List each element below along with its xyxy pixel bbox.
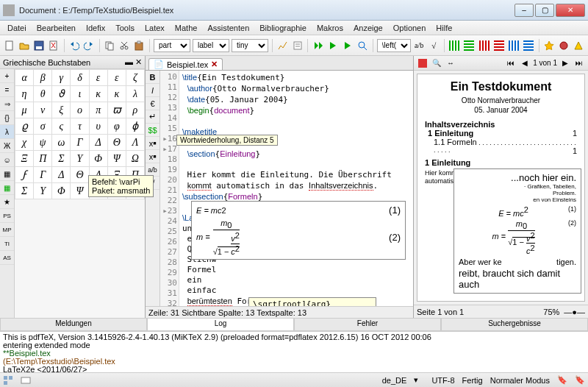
cat-cyrillic-icon[interactable]: Ж xyxy=(0,139,14,153)
lang-icon[interactable]: ▾ xyxy=(414,375,424,386)
symbol-cell[interactable]: α xyxy=(15,70,34,86)
symbol-cell[interactable]: ϝ xyxy=(15,167,34,183)
build-run-button[interactable] xyxy=(312,39,324,52)
newline-button[interactable]: ↵ xyxy=(146,110,159,124)
cat-mp-icon[interactable]: MP xyxy=(0,223,14,237)
symbol-cell[interactable]: ν xyxy=(34,102,52,118)
symbol-cell[interactable]: Ω xyxy=(126,151,144,167)
symbol-cell[interactable]: μ xyxy=(15,102,34,118)
window-close-button[interactable]: ✕ xyxy=(556,4,585,17)
symbol-cell[interactable]: Δ xyxy=(89,135,107,151)
symbol-cell[interactable]: β xyxy=(34,70,52,86)
symbol-cell[interactable]: σ xyxy=(34,118,52,135)
symbol-cell[interactable]: Δ xyxy=(52,167,71,183)
copy-button[interactable] xyxy=(104,39,116,52)
cat-misc2-icon[interactable]: ▦ xyxy=(0,181,14,195)
symbol-cell[interactable]: Π xyxy=(34,151,52,167)
cat-misc1-icon[interactable]: ▦ xyxy=(0,167,14,181)
cat-greek-icon[interactable]: λ xyxy=(0,125,14,139)
symbol-cell[interactable]: θ xyxy=(34,86,52,102)
symbol-cell[interactable]: ς xyxy=(52,118,71,135)
symbol-cell[interactable]: τ xyxy=(71,118,89,135)
extra2-icon[interactable] xyxy=(558,39,570,52)
sqrt-button[interactable]: √ xyxy=(428,39,440,52)
preview-page[interactable]: Ein Testdokument Otto Normalverbraucher … xyxy=(417,74,585,302)
symbol-cell[interactable]: Υ xyxy=(71,151,89,167)
cat-star-icon[interactable]: ★ xyxy=(0,195,14,209)
symbol-cell[interactable]: ω xyxy=(52,135,71,151)
sync-icon[interactable]: ↔ xyxy=(445,57,456,69)
menu-anzeige[interactable]: Anzeige xyxy=(349,23,387,33)
symbol-cell[interactable]: η xyxy=(15,86,34,102)
menu-assistenten[interactable]: Assistenten xyxy=(203,23,254,33)
editor-tab-active[interactable]: 📄 Beispiel.tex ✕ xyxy=(148,58,223,70)
window-minimize-button[interactable]: – xyxy=(514,4,534,17)
symbol-cell[interactable]: Υ xyxy=(34,183,52,199)
redo-button[interactable] xyxy=(83,39,96,52)
sup-button[interactable]: x■ xyxy=(146,150,159,163)
tab-close-icon[interactable]: ✕ xyxy=(211,60,218,69)
tab-suchergebnisse[interactable]: Suchergebnisse xyxy=(441,319,588,331)
cat-arrow-icon[interactable]: ⇒ xyxy=(0,97,14,111)
matrix1-icon[interactable] xyxy=(448,39,461,52)
pdf-icon[interactable] xyxy=(417,57,429,69)
cat-ti-icon[interactable]: TI xyxy=(0,237,14,251)
stop-button[interactable] xyxy=(341,39,354,52)
cut-button[interactable] xyxy=(118,39,131,52)
symbol-cell[interactable]: Σ xyxy=(15,183,34,199)
code-editor[interactable]: \title{Ein Testdokument} \author{Otto No… xyxy=(179,71,413,306)
symbol-cell[interactable]: π xyxy=(89,102,107,118)
symbol-cell[interactable]: Θ xyxy=(71,167,89,183)
bookmark1-icon[interactable]: 🔖 xyxy=(557,375,567,386)
symbol-cell[interactable]: Γ xyxy=(71,135,89,151)
symbol-cell[interactable]: Φ xyxy=(52,183,71,199)
cat-equal-icon[interactable]: = xyxy=(0,83,14,97)
symbol-cell[interactable]: ρ xyxy=(126,102,144,118)
symbol-cell[interactable]: ϑ xyxy=(52,86,71,102)
symbol-cell[interactable]: Λ xyxy=(126,135,144,151)
cat-as-icon[interactable]: AS xyxy=(0,251,14,265)
log-icon[interactable] xyxy=(291,39,304,52)
symbol-cell[interactable]: λ xyxy=(126,86,144,102)
bookmark2-icon[interactable]: 🔖 xyxy=(575,375,585,386)
menu-hilfe[interactable]: Hilfe xyxy=(431,23,456,33)
new-file-button[interactable] xyxy=(3,39,15,52)
symbol-cell[interactable]: γ xyxy=(52,70,71,86)
symbol-cell[interactable]: ε xyxy=(107,70,126,86)
tab-meldungen[interactable]: Meldungen xyxy=(0,319,147,331)
menu-optionen[interactable]: Optionen xyxy=(389,23,431,33)
symbol-cell[interactable]: Φ xyxy=(89,151,107,167)
italic-button[interactable]: I xyxy=(146,84,159,97)
symbol-cell[interactable]: δ xyxy=(71,70,89,86)
symbol-cell[interactable]: χ xyxy=(15,135,34,151)
symbol-cell[interactable]: Ψ xyxy=(107,151,126,167)
tiny-combo[interactable]: tiny xyxy=(232,39,268,52)
part-combo[interactable]: part xyxy=(154,39,190,52)
menu-bibliographie[interactable]: Bibliographie xyxy=(255,23,311,33)
symbol-cell[interactable]: υ xyxy=(89,118,107,135)
symbol-cell[interactable]: ε xyxy=(89,70,107,86)
messages-icon[interactable] xyxy=(21,375,31,386)
tab-fehler[interactable]: Fehler xyxy=(294,319,441,331)
matrix2-icon[interactable] xyxy=(463,39,476,52)
page-next-icon[interactable]: ▶ xyxy=(559,57,571,69)
compile-button[interactable] xyxy=(326,39,339,52)
menu-makros[interactable]: Makros xyxy=(312,23,348,33)
menu-mathe[interactable]: Mathe xyxy=(171,23,202,33)
symbol-cell[interactable]: Θ xyxy=(107,135,126,151)
euro-button[interactable]: € xyxy=(146,97,159,110)
cat-ps-icon[interactable]: PS xyxy=(0,209,14,223)
menu-latex[interactable]: Latex xyxy=(140,23,169,33)
menu-datei[interactable]: Datei xyxy=(3,23,31,33)
view-button[interactable] xyxy=(356,39,369,52)
symbol-cell[interactable]: Σ xyxy=(52,151,71,167)
symbol-cell[interactable]: Ψ xyxy=(71,183,89,199)
tab-log[interactable]: Log xyxy=(147,319,294,331)
symbol-cell[interactable]: ο xyxy=(71,102,89,118)
matrix6-icon[interactable] xyxy=(522,39,534,52)
sub-button[interactable]: x■ xyxy=(146,137,159,150)
panel-close-icon[interactable]: ▬ ✕ xyxy=(125,57,142,67)
menu-bearbeiten[interactable]: Bearbeiten xyxy=(32,23,80,33)
bold-button[interactable]: B xyxy=(146,71,159,84)
symbol-cell[interactable]: ϱ xyxy=(15,118,34,135)
